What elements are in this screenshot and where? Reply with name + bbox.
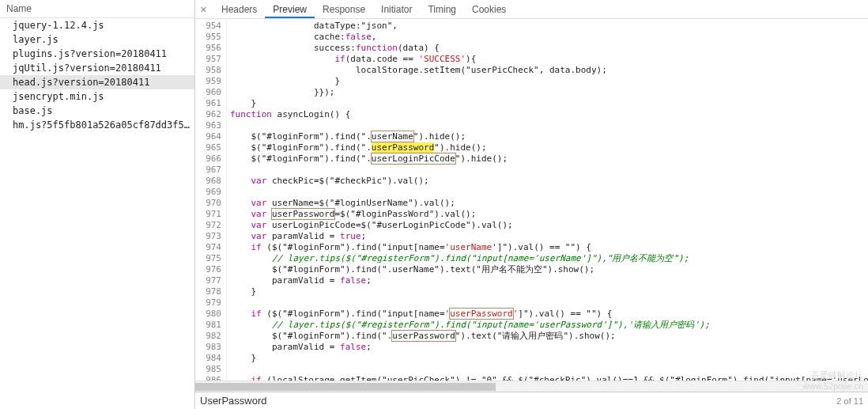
- code-line: [230, 165, 868, 176]
- code-line: $("#loginForm").find(".userLoginPicCode"…: [230, 153, 868, 165]
- code-line: var checkPic=$("#checkPic").val();: [230, 176, 868, 187]
- code-line: // layer.tips($("#registerForm").find("i…: [230, 320, 868, 331]
- line-gutter: 9549559569579589599609619629639649659669…: [195, 19, 227, 381]
- file-item[interactable]: jquery-1.12.4.js: [0, 18, 194, 32]
- code-line: var paramValid = true;: [230, 231, 868, 242]
- code-line: if(data.code == 'SUCCESS'){: [230, 54, 868, 65]
- search-input[interactable]: [200, 395, 398, 407]
- tab-headers[interactable]: Headers: [213, 1, 265, 17]
- code-line: [230, 120, 868, 131]
- file-list: jquery-1.12.4.jslayer.jsplugins.js?versi…: [0, 18, 194, 409]
- code-line: if (localStorage.getItem("userPicCheck")…: [230, 375, 868, 381]
- code-line: }: [230, 286, 868, 297]
- code-line: cache:false,: [230, 32, 868, 43]
- code-line: }: [230, 353, 868, 364]
- file-item[interactable]: hm.js?5f5fb801a526a05cf87dd3f5eb24e3...: [0, 118, 194, 132]
- code-line: var userPassword=$("#loginPassWord").val…: [230, 209, 868, 220]
- code-line: // layer.tips($("#registerForm").find("i…: [230, 253, 868, 264]
- file-item[interactable]: jqUtil.js?version=20180411: [0, 61, 194, 75]
- tabs-bar: × HeadersPreviewResponseInitiatorTimingC…: [195, 0, 868, 19]
- close-icon[interactable]: ×: [198, 4, 209, 14]
- tab-preview[interactable]: Preview: [265, 1, 315, 17]
- file-item[interactable]: jsencrypt.min.js: [0, 89, 194, 104]
- code-line: }: [230, 98, 868, 109]
- code-line: localStorage.setItem("userPicCheck", dat…: [230, 65, 868, 76]
- code-view[interactable]: dataType:"json", cache:false, success:fu…: [227, 19, 868, 381]
- file-item[interactable]: base.js: [0, 104, 194, 118]
- code-line: var userLoginPicCode=$("#userLoginPicCod…: [230, 220, 868, 231]
- code-line: var userName=$("#loginUserName").val();: [230, 198, 868, 209]
- file-item[interactable]: plugins.js?version=20180411: [0, 47, 194, 61]
- tab-cookies[interactable]: Cookies: [464, 1, 514, 17]
- file-item[interactable]: head.js?version=20180411: [0, 75, 194, 89]
- scrollbar-thumb[interactable]: [195, 383, 496, 391]
- code-line: if ($("#loginForm").find("input[name='us…: [230, 309, 868, 320]
- code-line: [230, 187, 868, 198]
- code-line: paramValid = false;: [230, 342, 868, 353]
- code-line: $("#loginForm").find(".userName").hide()…: [230, 131, 868, 142]
- horizontal-scrollbar[interactable]: [195, 381, 868, 392]
- code-line: if ($("#loginForm").find("input[name='us…: [230, 242, 868, 253]
- search-count: 2 of 11: [836, 396, 863, 406]
- code-line: dataType:"json",: [230, 21, 868, 32]
- name-column-header[interactable]: Name: [0, 0, 194, 18]
- code-line: paramValid = false;: [230, 275, 868, 286]
- search-bar: 2 of 11: [195, 392, 868, 409]
- code-line: function asyncLogin() {: [230, 109, 868, 120]
- code-line: $("#loginForm").find(".userPassword").te…: [230, 331, 868, 342]
- code-line: $("#loginForm").find(".userPassword").hi…: [230, 142, 868, 153]
- code-line: $("#loginForm").find(".userName").text("…: [230, 264, 868, 275]
- code-line: [230, 297, 868, 309]
- file-item[interactable]: layer.js: [0, 32, 194, 47]
- code-line: }});: [230, 87, 868, 98]
- tab-timing[interactable]: Timing: [420, 1, 464, 17]
- code-line: success:function(data) {: [230, 43, 868, 54]
- tab-initiator[interactable]: Initiator: [373, 1, 420, 17]
- tab-response[interactable]: Response: [315, 1, 373, 17]
- code-line: [230, 364, 868, 375]
- code-line: }: [230, 76, 868, 87]
